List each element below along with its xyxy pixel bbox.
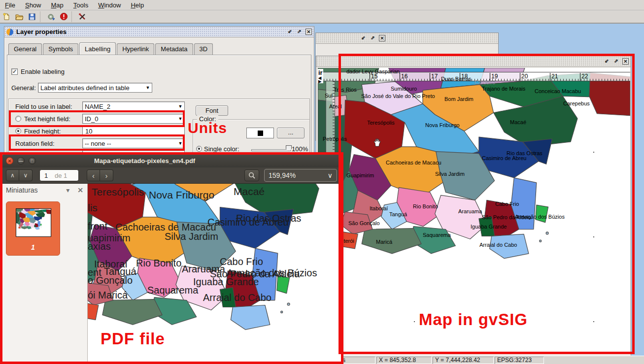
enable-labeling-checkbox[interactable]: ✓: [11, 68, 18, 75]
error-icon[interactable]: [58, 11, 69, 22]
map-window-titlebar[interactable]: ⇙ ⇗ ✕: [316, 56, 631, 67]
units-label: Units:: [15, 152, 32, 154]
tab-hyperlink[interactable]: Hyperlink: [117, 43, 154, 56]
font-button[interactable]: Font: [196, 105, 228, 116]
background-window-titlebar[interactable]: ⇙ ⇗ ✕: [316, 33, 498, 44]
pdf-title: Mapa-etiquetado-pixeles_en4.pdf: [94, 157, 195, 165]
pdf-page[interactable]: TeresópolislisNova FriburgoMacaéRio das …: [88, 184, 341, 362]
general-combo[interactable]: Label attributes defined in table ▼: [38, 83, 152, 93]
map-label: Conceicao Macabu: [535, 88, 581, 94]
sidebar-menu-icon[interactable]: ▾: [66, 186, 69, 194]
pdf-map-label: Macaé: [234, 186, 265, 198]
pdf-titlebar[interactable]: ✕ — □ Mapa-etiquetado-pixeles_en4.pdf: [2, 154, 341, 167]
page-thumbnail[interactable]: 1: [6, 201, 60, 256]
text-height-radio[interactable]: [15, 116, 21, 122]
dialog-titlebar[interactable]: Layer properties ⇙ ⇗ ✕: [4, 27, 314, 37]
prev-page-button[interactable]: ‹: [87, 169, 100, 181]
thumbnail-page-number: 1: [6, 243, 60, 251]
map-label: Carepebus: [563, 100, 590, 106]
menu-item-window[interactable]: Window: [93, 0, 126, 10]
sidebar-close-icon[interactable]: ✕: [77, 186, 83, 194]
pdf-map-label: Silva Jardim: [165, 231, 218, 242]
close-icon[interactable]: ✕: [379, 35, 385, 41]
text-height-combo[interactable]: ID_0 ▼: [82, 114, 185, 124]
tab-general[interactable]: General: [8, 43, 42, 56]
pdf-toolbar: ∧ ∨ 1 de 1 ‹ › 159,94% ∨: [2, 167, 341, 184]
tab-labelling[interactable]: Labelling: [79, 42, 116, 55]
map-label: Saquarema: [423, 232, 451, 238]
fixed-height-input[interactable]: 10: [82, 126, 185, 136]
units-combo[interactable]: Pixels ▼: [82, 150, 185, 154]
restore-icon[interactable]: ⇙: [604, 58, 610, 65]
search-icon: [248, 172, 255, 179]
map-label: São Gonçalo: [348, 220, 380, 226]
color-more-button[interactable]: ...: [277, 128, 305, 138]
zoom-level-value: 159,94%: [269, 171, 328, 179]
next-page-button[interactable]: ›: [100, 169, 113, 181]
map-label: Trajano de Morais: [482, 86, 525, 92]
layer-properties-dialog: Layer properties ⇙ ⇗ ✕ GeneralSymbolsLab…: [4, 26, 314, 154]
thumbnail-image: [16, 208, 51, 237]
rotation-field-label: Rotation field:: [15, 140, 55, 147]
zoom-level-combo[interactable]: 159,94% ∨: [264, 169, 337, 182]
close-icon[interactable]: ✕: [622, 58, 629, 65]
map-label: Duas Barras: [441, 76, 471, 82]
page-number-box[interactable]: 1 de 1: [39, 169, 79, 181]
annotation-pdf-file: PDF file: [101, 330, 165, 348]
map-label: Rio Bonito: [413, 203, 438, 209]
tools-icon[interactable]: [76, 11, 88, 22]
menu-item-show[interactable]: Show: [20, 0, 46, 10]
page-number-input[interactable]: 1: [40, 172, 55, 179]
opacity-slider[interactable]: [251, 149, 291, 151]
field-to-use-combo[interactable]: NAME_2 ▼: [82, 101, 185, 111]
open-folder-icon[interactable]: [13, 11, 25, 22]
pdf-map-label: Teresópolis: [92, 186, 144, 198]
main-toolbar: [0, 10, 644, 24]
menu-item-help[interactable]: Help: [126, 0, 149, 10]
map-label: Tanguá: [389, 211, 407, 217]
ruler-tick: 17: [430, 73, 438, 81]
color-swatch[interactable]: [246, 128, 274, 138]
map-label: Areal: [329, 103, 342, 109]
status-epsg: EPSG:32723: [495, 357, 544, 364]
pdf-map-label: o Gonçalo: [88, 275, 133, 286]
search-button[interactable]: [244, 169, 259, 181]
maximize-icon[interactable]: □: [29, 157, 36, 165]
ruler-tick: 20: [520, 73, 528, 81]
collapse-arrows-icon: ◀▶: [318, 76, 323, 83]
tab-symbols[interactable]: Symbols: [43, 43, 78, 56]
pdf-map-label: lis: [88, 202, 98, 214]
fixed-height-radio[interactable]: [15, 128, 21, 134]
map-label: Iguaba Grande: [471, 224, 507, 230]
pdf-map-label: Arraial do Cabo: [203, 292, 271, 303]
history-down-button[interactable]: ∨: [19, 169, 33, 181]
map-label: São José do Vale do Rio Preto: [361, 93, 435, 99]
save-icon[interactable]: [26, 11, 38, 22]
maximize-icon[interactable]: ⇗: [296, 29, 303, 35]
field-to-use-label: Field to use in label:: [15, 103, 72, 110]
status-x-coordinate: X = 845,352.8: [376, 357, 432, 364]
restore-icon[interactable]: ⇙: [287, 29, 293, 35]
toc-collapse-control[interactable]: ir◀▶: [318, 69, 323, 83]
menu-item-map[interactable]: Map: [46, 0, 68, 10]
menu-item-file[interactable]: File: [0, 0, 20, 10]
new-document-icon[interactable]: [0, 11, 12, 22]
rotation-field-combo[interactable]: -- none -- ▼: [82, 138, 185, 148]
single-color-radio[interactable]: [196, 146, 202, 152]
restore-icon[interactable]: ⇙: [360, 35, 367, 41]
map-canvas[interactable]: 1516171819202122 1112 ir◀▶ dador Levy Ga…: [318, 68, 630, 355]
close-icon[interactable]: ✕: [305, 29, 312, 35]
chevron-down-icon: ▼: [176, 116, 184, 121]
menu-item-tools[interactable]: Tools: [68, 0, 93, 10]
maximize-icon[interactable]: ⇗: [370, 35, 376, 41]
pdf-map-label: Iguaba Grande: [193, 276, 259, 288]
map-label: Bom Jardim: [444, 96, 474, 102]
minimize-icon[interactable]: —: [17, 157, 25, 165]
tab-metadata[interactable]: Metadata: [155, 43, 193, 56]
close-icon[interactable]: ✕: [6, 157, 13, 165]
dialog-tabs: GeneralSymbolsLabellingHyperlinkMetadata…: [8, 43, 214, 56]
gear-icon[interactable]: [45, 11, 57, 22]
maximize-icon[interactable]: ⇗: [613, 58, 619, 65]
tab-3d[interactable]: 3D: [194, 43, 213, 56]
history-up-button[interactable]: ∧: [6, 169, 19, 181]
